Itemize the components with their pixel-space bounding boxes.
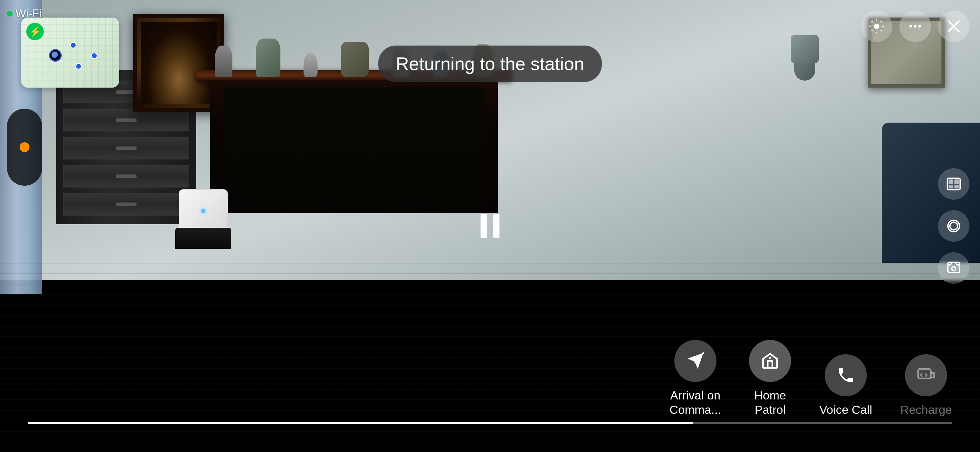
robot-vacuum	[179, 189, 228, 249]
svg-rect-19	[955, 185, 959, 188]
home-patrol-button[interactable]: HomePatrol	[749, 340, 791, 417]
joystick-control[interactable]	[7, 108, 42, 186]
recharge-button[interactable]: Recharge	[900, 354, 952, 417]
minimap-canvas: ⚡	[21, 18, 119, 88]
right-side-controls	[938, 168, 969, 284]
recharge-label: Recharge	[900, 403, 952, 417]
svg-rect-16	[948, 180, 953, 184]
drawer	[63, 137, 189, 159]
svg-point-23	[769, 357, 772, 359]
voice-call-button[interactable]: Voice Call	[819, 354, 872, 417]
voice-call-icon-circle	[825, 354, 867, 396]
more-options-button[interactable]	[899, 11, 931, 42]
action-buttons: Arrival onComma... HomePatrol Voice Call	[670, 340, 952, 417]
svg-point-10	[910, 25, 912, 27]
svg-point-12	[918, 25, 921, 27]
minimap-waypoint	[75, 63, 82, 69]
home-patrol-icon-circle	[749, 340, 791, 382]
close-icon	[946, 19, 961, 34]
recharge-icon	[916, 366, 935, 385]
robot-dock	[175, 228, 231, 249]
recharge-icon-circle	[905, 354, 947, 396]
svg-line-4	[872, 21, 873, 22]
minimap-waypoint	[91, 53, 97, 59]
minimap-charge-icon: ⚡	[26, 23, 44, 40]
right-decor	[770, 35, 840, 81]
brightness-button[interactable]	[861, 11, 892, 42]
navigation-icon	[686, 352, 705, 370]
fireplace	[210, 80, 498, 213]
pause-bar-left	[480, 214, 487, 238]
voice-call-label: Voice Call	[819, 403, 872, 417]
more-options-icon	[907, 19, 923, 34]
status-banner: Returning to the station	[378, 46, 602, 82]
svg-rect-17	[955, 180, 959, 184]
svg-line-5	[881, 30, 882, 32]
svg-line-8	[872, 30, 873, 32]
robot-body	[179, 189, 228, 231]
status-text: Returning to the station	[396, 54, 584, 74]
svg-line-9	[881, 21, 882, 22]
top-controls	[861, 11, 969, 42]
svg-point-22	[952, 267, 956, 271]
pause-icon	[480, 214, 500, 238]
svg-rect-24	[918, 369, 931, 379]
minimap-robot-position	[49, 49, 62, 62]
brightness-icon	[869, 19, 884, 34]
gallery-icon	[946, 176, 961, 192]
joystick-dot	[20, 142, 29, 152]
snapshot-icon	[946, 260, 961, 276]
pause-bar-right	[493, 214, 500, 238]
svg-point-21	[950, 222, 958, 230]
record-button[interactable]	[938, 210, 969, 242]
drawer	[63, 193, 189, 215]
progress-bar	[28, 422, 952, 424]
arrival-command-icon-circle	[675, 340, 716, 382]
gallery-button[interactable]	[938, 168, 969, 200]
home-patrol-label: HomePatrol	[754, 388, 786, 417]
minimap-waypoint	[70, 42, 76, 48]
close-button[interactable]	[938, 11, 969, 42]
progress-bar-fill	[28, 422, 693, 424]
pause-button[interactable]	[473, 212, 508, 240]
wifi-dot	[7, 11, 13, 16]
arrival-command-label: Arrival onComma...	[670, 388, 721, 417]
minimap-thumbnail[interactable]: ⚡	[21, 18, 119, 88]
svg-rect-18	[948, 185, 953, 188]
svg-point-1	[874, 24, 880, 29]
drawer	[63, 165, 189, 188]
svg-point-11	[914, 25, 916, 27]
fireplace-inner	[224, 87, 484, 213]
record-icon	[946, 218, 961, 234]
home-patrol-icon	[760, 352, 780, 370]
phone-icon	[836, 366, 855, 385]
snapshot-button[interactable]	[938, 252, 969, 284]
arrival-command-button[interactable]: Arrival onComma...	[670, 340, 721, 417]
